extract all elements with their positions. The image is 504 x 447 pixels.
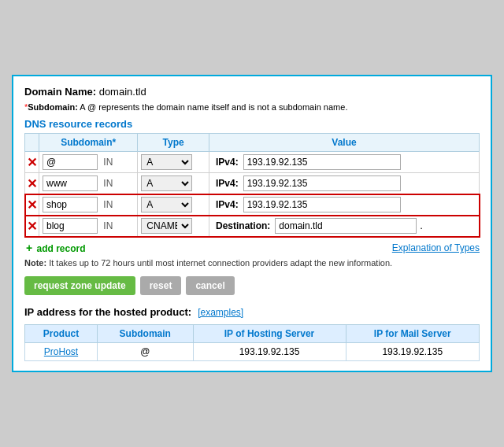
type-select[interactable]: AAAAACNAMEMXTXTNS [141,175,192,191]
main-container: Domain Name: domain.tld *Subdomain: A @ … [12,75,492,371]
value-label: Destination: [216,220,275,231]
value-label: IPv4: [216,157,243,168]
ip-col-subdomain: Subdomain [98,324,194,342]
in-text: IN [98,178,116,189]
domain-name-value: domain.tld [99,86,146,98]
value-input[interactable] [243,154,401,170]
domain-name-label: Domain Name: [24,86,96,98]
delete-icon[interactable]: ✕ [27,156,37,169]
type-select[interactable]: AAAAACNAMEMXTXTNS [141,154,192,170]
examples-link[interactable]: [examples] [198,307,243,318]
subdomain-input[interactable] [43,175,98,191]
add-record-row: + add record Explanation of Types [24,237,480,257]
domain-name-row: Domain Name: domain.tld [24,86,480,98]
col-subdomain: Subdomain* [39,134,138,152]
value-input[interactable] [243,175,401,191]
note-body: It takes up to 72 hours until most inter… [49,258,392,268]
value-label: IPv4: [216,199,243,210]
ip-subdomain: @ [98,342,194,360]
col-value: Value [209,134,480,152]
in-text: IN [98,157,116,168]
ip-col-hosting: IP of Hosting Server [193,324,346,342]
add-record-link[interactable]: + add record [26,242,86,254]
type-select[interactable]: AAAAACNAMEMXTXTNS [141,218,192,234]
mail-ip: 193.19.92.135 [346,342,479,360]
col-type: Type [138,134,209,152]
subdomain-input[interactable] [43,197,98,212]
ip-section-title: IP address for the hosted product: [24,306,191,318]
explanation-link[interactable]: Explanation of Types [392,242,480,253]
col-delete [25,134,39,152]
delete-icon[interactable]: ✕ [27,220,37,233]
dns-section-title: DNS resource records [24,118,480,130]
product-link[interactable]: ProHost [25,342,98,360]
value-input[interactable] [243,197,401,212]
add-record-label: add record [37,243,86,254]
subdomain-note: *Subdomain: A @ represents the domain na… [24,102,480,112]
subdomain-input[interactable] [43,154,98,170]
plus-icon: + [26,242,32,254]
ip-col-product: Product [25,324,98,342]
in-text: IN [98,199,116,210]
value-label: IPv4: [216,178,243,189]
reset-button[interactable]: reset [140,276,182,295]
note-bold: Note: [24,258,46,268]
in-text: IN [98,220,116,231]
dns-records-table: Subdomain* Type Value ✕ IN AAAAACNAMEMXT… [24,133,480,237]
subdomain-note-text: A @ represents the domain name itself an… [80,102,347,112]
ip-table: Product Subdomain IP of Hosting Server I… [24,324,480,361]
cancel-button[interactable]: cancel [186,276,234,295]
subdomain-label: Subdomain: [28,102,78,112]
note-text: Note: It takes up to 72 hours until most… [24,257,480,269]
delete-icon[interactable]: ✕ [27,198,37,212]
ip-title-row: IP address for the hosted product: [exam… [24,306,480,321]
value-input[interactable] [275,218,417,234]
subdomain-input[interactable] [43,218,98,234]
ip-col-mail: IP for Mail Server [346,324,479,342]
delete-icon[interactable]: ✕ [27,177,37,190]
type-select[interactable]: AAAAACNAMEMXTXTNS [141,197,192,212]
hosting-ip: 193.19.92.135 [193,342,346,360]
domain-dot: . [417,220,423,231]
action-buttons: request zone update reset cancel [24,276,480,295]
request-update-button[interactable]: request zone update [24,276,135,295]
